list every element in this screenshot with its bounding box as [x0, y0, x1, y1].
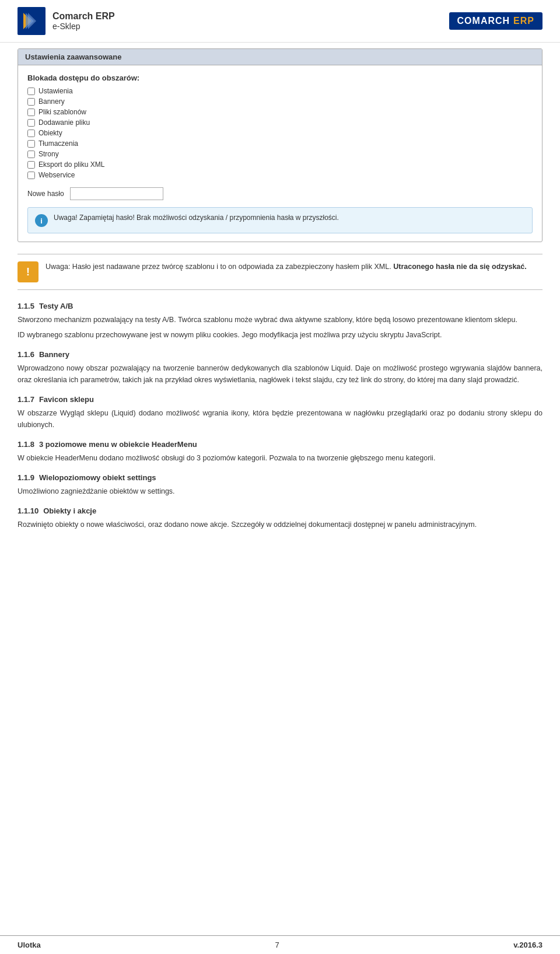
checkbox-item: Ustawienia	[27, 87, 533, 95]
checkbox-item: Dodawanie pliku	[27, 118, 533, 127]
checkbox-label: Dodawanie pliku	[38, 118, 90, 127]
checkbox-label: Tłumaczenia	[38, 139, 78, 148]
section-paragraph: Umożliwiono zagnieżdżanie obiektów w set…	[18, 485, 542, 497]
section-paragraph: ID wybranego szablonu przechowywane jest…	[18, 329, 542, 341]
access-checkbox[interactable]	[27, 172, 35, 179]
checkbox-item: Strony	[27, 150, 533, 158]
access-checkbox[interactable]	[27, 151, 35, 158]
section-paragraph: W obszarze Wygląd sklepu (Liquid) dodano…	[18, 407, 542, 431]
section-title: Favicon sklepu	[39, 395, 94, 404]
panel-body: Blokada dostępu do obszarów: UstawieniaB…	[18, 65, 542, 242]
badge-main-text: COMARCH	[457, 16, 510, 26]
header-title: Comarch ERP e-Sklep	[52, 11, 115, 31]
panel-title: Ustawienia zaawansowane	[18, 49, 542, 65]
badge-erp-text: ERP	[513, 16, 534, 26]
doc-section: 1.1.10Obiekty i akcjeRozwinięto obiekty …	[18, 506, 542, 530]
section-heading: 1.1.83 poziomowe menu w obiekcie HeaderM…	[18, 440, 542, 449]
checkbox-item: Pliki szablonów	[27, 108, 533, 116]
comarch-erp-badge: COMARCH ERP	[449, 12, 542, 30]
checkbox-item: Obiekty	[27, 129, 533, 137]
section-paragraph: W obiekcie HeaderMenu dodano możliwość o…	[18, 452, 542, 464]
section-number: 1.1.9	[18, 473, 34, 482]
section-paragraph: Stworzono mechanizm pozwalający na testy…	[18, 314, 542, 326]
section-number: 1.1.6	[18, 350, 34, 359]
section-heading: 1.1.5Testy A/B	[18, 302, 542, 310]
checkbox-label: Ustawienia	[38, 87, 73, 95]
access-checkbox[interactable]	[27, 161, 35, 169]
advanced-settings-panel: Ustawienia zaawansowane Blokada dostępu …	[18, 48, 542, 242]
checkbox-label: Webservice	[38, 171, 75, 179]
footer-left: Ulotka	[18, 941, 41, 949]
info-icon: i	[35, 214, 48, 227]
checkbox-label: Pliki szablonów	[38, 108, 86, 116]
section-number: 1.1.10	[18, 506, 38, 515]
warning-bar: ! Uwaga: Hasło jest nadawane przez twórc…	[18, 254, 542, 290]
section-number: 1.1.7	[18, 395, 34, 404]
checkbox-label: Obiekty	[38, 129, 62, 137]
section-heading: 1.1.10Obiekty i akcje	[18, 506, 542, 515]
doc-section: 1.1.7Favicon sklepuW obszarze Wygląd skl…	[18, 395, 542, 431]
footer-version: v.2016.3	[513, 941, 542, 949]
main-content: Ustawienia zaawansowane Blokada dostępu …	[0, 48, 560, 551]
checkbox-item: Tłumaczenia	[27, 139, 533, 148]
section-title: Testy A/B	[39, 302, 74, 310]
checkbox-label: Bannery	[38, 97, 65, 106]
password-label: Nowe hasło	[27, 190, 64, 198]
access-checkbox[interactable]	[27, 119, 35, 127]
doc-section: 1.1.83 poziomowe menu w obiekcie HeaderM…	[18, 440, 542, 464]
section-paragraph: Rozwinięto obiekty o nowe właściwości, o…	[18, 519, 542, 530]
doc-section: 1.1.6BanneryWprowadzono nowy obszar pozw…	[18, 350, 542, 386]
section-paragraph: Wprowadzono nowy obszar pozwalający na t…	[18, 362, 542, 386]
section-number: 1.1.8	[18, 440, 34, 449]
checkbox-label: Eksport do pliku XML	[38, 160, 104, 169]
access-checkbox[interactable]	[27, 98, 35, 106]
warning-icon: !	[18, 261, 38, 282]
footer-page-number: 7	[275, 941, 279, 949]
company-subtitle: e-Sklep	[52, 22, 115, 31]
checkbox-item: Eksport do pliku XML	[27, 160, 533, 169]
section-number: 1.1.5	[18, 302, 34, 310]
section-heading: 1.1.9Wielopoziomowy obiekt settings	[18, 473, 542, 482]
document-sections: 1.1.5Testy A/BStworzono mechanizm pozwal…	[18, 302, 542, 530]
info-box: i Uwaga! Zapamiętaj hasło! Brak możliwoś…	[27, 207, 533, 233]
company-name: Comarch ERP	[52, 11, 115, 22]
access-checkbox[interactable]	[27, 109, 35, 116]
section-title: Bannery	[39, 350, 69, 359]
checkbox-item: Bannery	[27, 97, 533, 106]
checkbox-label: Strony	[38, 150, 59, 158]
section-heading: 1.1.6Bannery	[18, 350, 542, 359]
warning-text: Uwaga: Hasło jest nadawane przez twórcę …	[46, 261, 527, 272]
password-row: Nowe hasło	[27, 187, 533, 200]
section-heading: 1.1.7Favicon sklepu	[18, 395, 542, 404]
checkbox-item: Webservice	[27, 171, 533, 179]
page-footer: Ulotka 7 v.2016.3	[0, 935, 560, 954]
doc-section: 1.1.9Wielopoziomowy obiekt settingsUmożl…	[18, 473, 542, 497]
info-box-text: Uwaga! Zapamiętaj hasło! Brak możliwości…	[54, 214, 339, 222]
access-checkbox[interactable]	[27, 140, 35, 148]
header-left: Comarch ERP e-Sklep	[18, 7, 115, 35]
access-checkbox[interactable]	[27, 130, 35, 137]
section-title: Obiekty i akcje	[43, 506, 96, 515]
section-title: Wielopoziomowy obiekt settings	[39, 473, 156, 482]
password-input[interactable]	[70, 187, 163, 200]
access-block-heading: Blokada dostępu do obszarów:	[27, 74, 533, 82]
page-header: Comarch ERP e-Sklep COMARCH ERP	[0, 0, 560, 43]
section-title: 3 poziomowe menu w obiekcie HeaderMenu	[39, 440, 197, 449]
access-checkboxes: UstawieniaBanneryPliki szablonówDodawani…	[27, 87, 533, 179]
access-checkbox[interactable]	[27, 88, 35, 95]
doc-section: 1.1.5Testy A/BStworzono mechanizm pozwal…	[18, 302, 542, 341]
comarch-logo-icon	[18, 7, 46, 35]
